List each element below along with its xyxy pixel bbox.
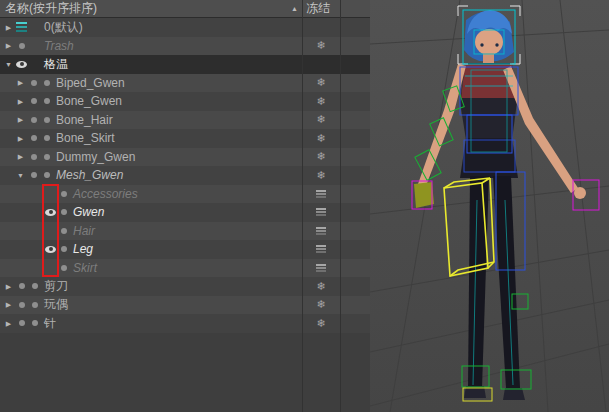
frozen-cell[interactable] [302, 55, 340, 74]
visibility-eye-slot[interactable] [44, 209, 57, 216]
tree-row-skirt[interactable]: Skirt [0, 259, 370, 278]
expander-open-icon[interactable]: ▼ [14, 172, 27, 179]
frozen-cell[interactable] [302, 185, 340, 204]
dot-icon[interactable] [44, 98, 50, 104]
icon-slot[interactable] [15, 320, 28, 326]
viewport-3d[interactable] [370, 0, 609, 412]
node-label[interactable]: Dummy_Gwen [56, 150, 135, 164]
expander-open-icon[interactable]: ▼ [2, 61, 15, 68]
dot-icon[interactable] [32, 320, 38, 326]
dot-icon[interactable] [32, 302, 38, 308]
eye-icon[interactable] [45, 246, 56, 253]
icon-slot[interactable] [40, 98, 53, 104]
expander-closed-icon[interactable]: ▶ [14, 116, 27, 123]
tree-row-gwen[interactable]: Gwen [0, 203, 370, 222]
icon-slot[interactable] [28, 283, 41, 289]
frozen-cell[interactable]: ❄ [302, 314, 340, 333]
icon-slot[interactable] [27, 80, 40, 86]
icon-slot[interactable] [57, 246, 70, 252]
node-label[interactable]: Biped_Gwen [56, 76, 125, 90]
node-label[interactable]: Leg [73, 242, 93, 256]
visibility-eye-slot[interactable] [44, 246, 57, 253]
icon-slot[interactable] [40, 135, 53, 141]
node-label[interactable]: Gwen [73, 205, 104, 219]
tree-row-wanou[interactable]: ▶玩偶❄ [0, 296, 370, 315]
tree-row-jiandao[interactable]: ▶剪刀❄ [0, 277, 370, 296]
tree-row-bone-gwen[interactable]: ▶Bone_Gwen❄ [0, 92, 370, 111]
node-label[interactable]: Skirt [73, 261, 97, 275]
eye-icon[interactable] [45, 209, 56, 216]
tree-row-layer-trash[interactable]: ▶Trash❄ [0, 37, 370, 56]
icon-slot[interactable] [40, 80, 53, 86]
frozen-cell[interactable]: ❄ [302, 129, 340, 148]
node-label[interactable]: 0(默认) [44, 19, 83, 36]
frozen-cell[interactable]: ❄ [302, 148, 340, 167]
dot-icon[interactable] [44, 80, 50, 86]
frozen-cell[interactable]: ❄ [302, 166, 340, 185]
dot-icon[interactable] [31, 117, 37, 123]
icon-slot[interactable] [40, 117, 53, 123]
tree-row-bone-skirt[interactable]: ▶Bone_Skirt❄ [0, 129, 370, 148]
dot-icon[interactable] [61, 246, 67, 252]
frozen-cell[interactable]: ❄ [302, 296, 340, 315]
frozen-cell[interactable]: ❄ [302, 111, 340, 130]
dot-icon[interactable] [19, 283, 25, 289]
node-label[interactable]: 格温 [44, 56, 68, 73]
icon-slot[interactable] [27, 135, 40, 141]
dot-icon[interactable] [19, 43, 25, 49]
expander-closed-icon[interactable]: ▶ [14, 98, 27, 105]
icon-slot[interactable] [27, 98, 40, 104]
icon-slot[interactable] [15, 283, 28, 289]
dot-icon[interactable] [31, 98, 37, 104]
icon-slot[interactable] [40, 172, 53, 178]
node-label[interactable]: 玩偶 [44, 296, 68, 313]
dot-icon[interactable] [31, 80, 37, 86]
dot-icon[interactable] [44, 117, 50, 123]
dot-icon[interactable] [31, 135, 37, 141]
tree-row-accessories[interactable]: Accessories [0, 185, 370, 204]
icon-slot[interactable] [57, 265, 70, 271]
node-label[interactable]: 剪刀 [44, 278, 68, 295]
dot-icon[interactable] [61, 265, 67, 271]
tree-row-bone-hair[interactable]: ▶Bone_Hair❄ [0, 111, 370, 130]
expander-closed-icon[interactable]: ▶ [2, 24, 15, 31]
tree-row-layer-gewen[interactable]: ▼格温 [0, 55, 370, 74]
icon-slot[interactable] [57, 209, 70, 215]
dot-icon[interactable] [61, 191, 67, 197]
expander-closed-icon[interactable]: ▶ [2, 283, 15, 290]
icon-slot[interactable] [40, 154, 53, 160]
expander-closed-icon[interactable]: ▶ [2, 301, 15, 308]
expander-closed-icon[interactable]: ▶ [2, 42, 15, 49]
icon-slot[interactable] [27, 117, 40, 123]
eye-icon[interactable] [16, 61, 27, 68]
visibility-eye-slot[interactable] [15, 61, 28, 68]
frozen-cell[interactable]: ❄ [302, 92, 340, 111]
expander-closed-icon[interactable]: ▶ [2, 320, 15, 327]
dot-icon[interactable] [44, 135, 50, 141]
node-label[interactable]: Bone_Hair [56, 113, 113, 127]
frozen-cell[interactable] [302, 259, 340, 278]
dot-icon[interactable] [61, 228, 67, 234]
dot-icon[interactable] [61, 209, 67, 215]
dot-icon[interactable] [31, 154, 37, 160]
icon-slot[interactable] [28, 302, 41, 308]
icon-slot[interactable] [57, 191, 70, 197]
column-header-name[interactable]: 名称(按升序排序) ▲ [0, 0, 302, 17]
icon-slot[interactable] [15, 26, 28, 28]
tree-row-biped-gwen[interactable]: ▶Biped_Gwen❄ [0, 74, 370, 93]
icon-slot[interactable] [57, 228, 70, 234]
frozen-cell[interactable] [302, 203, 340, 222]
tree-row-mesh-gwen[interactable]: ▼Mesh_Gwen❄ [0, 166, 370, 185]
tree-row-hair[interactable]: Hair [0, 222, 370, 241]
node-label[interactable]: Accessories [73, 187, 138, 201]
tree-row-leg[interactable]: Leg [0, 240, 370, 259]
expander-closed-icon[interactable]: ▶ [14, 153, 27, 160]
icon-slot[interactable] [15, 302, 28, 308]
tree-row-layer-0-default[interactable]: ▶0(默认) [0, 18, 370, 37]
expander-closed-icon[interactable]: ▶ [14, 135, 27, 142]
node-label[interactable]: Bone_Skirt [56, 131, 115, 145]
icon-slot[interactable] [27, 154, 40, 160]
tree-row-dummy-gwen[interactable]: ▶Dummy_Gwen❄ [0, 148, 370, 167]
dot-icon[interactable] [19, 320, 25, 326]
node-label[interactable]: Trash [44, 39, 74, 53]
